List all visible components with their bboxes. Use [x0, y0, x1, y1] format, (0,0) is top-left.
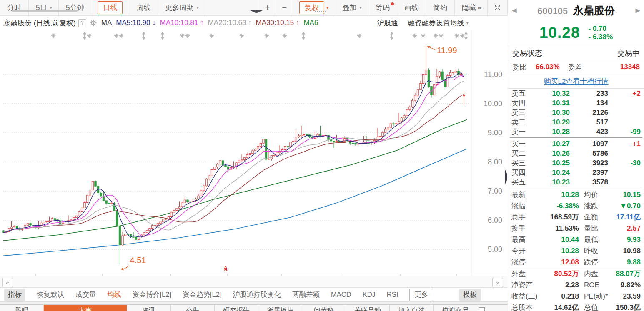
bid-level-row[interactable]: 买四10.242397: [508, 168, 644, 177]
y-axis-label: 7.00: [488, 187, 502, 195]
y-axis-label: 11.00: [484, 70, 502, 79]
stat-row: 今开10.28昨收10.98: [508, 245, 644, 256]
overlay-button[interactable]: 叠加▾: [335, 0, 368, 15]
tab-guba[interactable]: 股吧: [0, 305, 44, 311]
tab-sectors[interactable]: 所属板块: [258, 305, 302, 311]
announcement-star-icon[interactable]: [180, 34, 184, 38]
tab-kdj[interactable]: KDJ: [363, 291, 376, 299]
updown-arrow-icon[interactable]: [465, 32, 468, 40]
announcement-star-icon[interactable]: [455, 34, 459, 38]
zoom-out-button[interactable]: −: [276, 0, 293, 15]
tab-indicator[interactable]: 指标: [4, 289, 25, 301]
event-marker[interactable]: ŝ: [224, 266, 228, 273]
candlestick-chart[interactable]: 11.0010.009.008.007.006.005.0011.994.51ŝ: [0, 30, 508, 276]
tab-restore-default[interactable]: 恢复默认: [37, 290, 64, 299]
tab-related[interactable]: 关联品种: [346, 305, 390, 311]
y-axis-label: 5.00: [488, 245, 502, 254]
tab-5day[interactable]: 5日▾: [29, 0, 59, 15]
tab-more[interactable]: 更多: [409, 289, 433, 301]
tab-ma[interactable]: 均线: [108, 290, 121, 299]
tab-news[interactable]: 资讯: [127, 305, 171, 311]
tab-template[interactable]: 模板: [459, 289, 481, 301]
tab-settings-icon[interactable]: [479, 307, 485, 311]
tab-ask-secretary[interactable]: 问董秘: [302, 305, 346, 311]
tab-fund-game[interactable]: 资金博弈[L2]: [133, 290, 172, 299]
high-annotation: 11.99: [437, 46, 457, 55]
stat-row: 最新10.28均价10.15: [508, 189, 644, 200]
tab-minute-chart[interactable]: 分时: [0, 0, 29, 15]
announcement-star-icon[interactable]: [51, 34, 55, 38]
quote-panel: ◀ 600105 永鼎股份 ▶ 10.28 - 0.70 - 6.38% 交易状…: [508, 0, 644, 311]
tab-more-periods[interactable]: 更多周期▾: [158, 0, 205, 15]
tab-margin-diff[interactable]: 两融差额: [292, 290, 320, 299]
ask-level-row[interactable]: 卖一10.28423-99: [508, 127, 644, 137]
chips-button[interactable]: 筹码: [368, 0, 397, 15]
ask-level-row[interactable]: 卖三10.302126: [508, 108, 644, 117]
announcement-star-icon[interactable]: [357, 34, 361, 38]
announcement-star-icon[interactable]: [413, 34, 417, 38]
tab-weekly[interactable]: 周线: [129, 0, 158, 15]
tab-research-reports[interactable]: 研究报告: [215, 305, 258, 311]
tab-add-watchlist[interactable]: 加入自选: [390, 305, 434, 311]
draw-line-button[interactable]: 画线: [397, 0, 426, 15]
stat-row: 换手11.53%量比2.57: [508, 223, 644, 234]
tab-hgt-holdings[interactable]: 沪股通持股变化: [233, 290, 281, 299]
announcement-star-icon[interactable]: [265, 34, 269, 38]
announcement-star-icon[interactable]: [87, 34, 91, 38]
low-annotation: 4.51: [130, 256, 146, 265]
tab-paper-trading[interactable]: 模拟交易: [434, 305, 477, 311]
ask-level-row[interactable]: 卖二10.29517: [508, 117, 644, 127]
collapse-down-icon[interactable]: [249, 10, 263, 13]
updown-arrow-icon[interactable]: [83, 32, 86, 40]
hide-button[interactable]: 隐藏▸▸: [455, 0, 488, 15]
announcement-star-icon[interactable]: [210, 34, 214, 38]
updown-arrow-icon[interactable]: [391, 32, 393, 40]
stat-row: 收益(二)0.218PE(动)*23.59: [508, 291, 644, 302]
updown-arrow-icon[interactable]: [143, 32, 145, 40]
adjust-price-button[interactable]: 复权▾: [293, 0, 336, 15]
hgt-link[interactable]: 沪股通: [377, 18, 398, 28]
scroll-left-button[interactable]: «: [2, 278, 13, 287]
ma-settings-button[interactable]: 设置均线 ▾: [436, 18, 469, 28]
ask-level-row[interactable]: 卖五10.32233+2: [508, 89, 644, 98]
announcement-star-icon[interactable]: [434, 34, 438, 38]
tab-events[interactable]: 大事: [44, 305, 127, 311]
updown-arrow-icon[interactable]: [302, 32, 305, 40]
bid-level-row[interactable]: 买二10.265786: [508, 149, 644, 158]
chevron-down-icon: ▾: [466, 20, 469, 26]
tab-daily[interactable]: 日线: [91, 0, 129, 15]
margin-link[interactable]: 融资融券: [407, 18, 436, 28]
announcement-star-icon[interactable]: [460, 34, 464, 38]
scrollbar-thumb[interactable]: [12, 10, 78, 12]
bid-level-row[interactable]: 买一10.271097+1: [508, 139, 644, 149]
updown-arrow-icon[interactable]: [161, 32, 164, 40]
tab-5min[interactable]: 5分钟: [59, 0, 91, 15]
splitter-handle-icon[interactable]: [315, 11, 326, 12]
tab-announcements[interactable]: 公告: [171, 305, 215, 311]
next-stock-button[interactable]: ▶: [634, 7, 641, 14]
ask-level-row[interactable]: 卖四10.31134: [508, 98, 644, 108]
bid-level-row[interactable]: 买五10.233578: [508, 177, 644, 187]
announcement-star-icon[interactable]: [439, 34, 443, 38]
chevron-down-icon: ▾: [359, 5, 362, 10]
help-icon[interactable]: ?: [78, 19, 86, 27]
scroll-right-button[interactable]: »: [492, 278, 503, 287]
announcement-star-icon[interactable]: [240, 34, 244, 38]
buy-l2-link[interactable]: 购买L2查看十档行情: [544, 77, 609, 86]
announcement-star-icon[interactable]: [119, 34, 123, 38]
announcement-star-icon[interactable]: [114, 34, 118, 38]
announcement-star-icon[interactable]: [283, 34, 287, 38]
tab-macd[interactable]: MACD: [331, 291, 351, 299]
tab-rsi[interactable]: RSI: [387, 291, 398, 299]
tab-fund-trend[interactable]: 资金趋势[L2]: [183, 290, 222, 299]
prev-stock-button[interactable]: ◀: [511, 7, 518, 14]
simple-mode-button[interactable]: 简约: [426, 0, 455, 15]
announcement-star-icon[interactable]: [421, 34, 425, 38]
fullscreen-button[interactable]: [488, 0, 508, 15]
tab-volume[interactable]: 成交量: [75, 290, 96, 299]
bid-level-row[interactable]: 买三10.253923-30: [508, 158, 644, 168]
announcement-star-icon[interactable]: [185, 34, 190, 38]
gear-icon[interactable]: [90, 19, 97, 27]
price-block: 10.28 - 0.70 - 6.38%: [508, 20, 644, 46]
chevron-down-icon: ▾: [196, 5, 199, 10]
